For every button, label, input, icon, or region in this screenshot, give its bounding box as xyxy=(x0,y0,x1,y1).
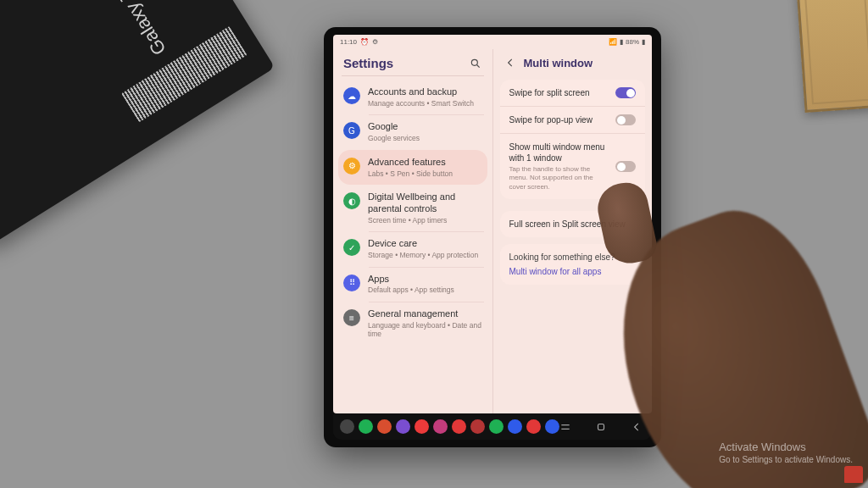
menu-item-icon: ◐ xyxy=(343,192,360,209)
status-time: 11:10 xyxy=(340,38,357,46)
menu-item-sub: Storage • Memory • App protection xyxy=(368,251,482,260)
settings-menu-item[interactable]: ⚙Advanced featuresLabs • S Pen • Side bu… xyxy=(338,150,487,185)
option-row[interactable]: Swipe for pop-up view xyxy=(500,106,646,133)
menu-item-sub: Default apps • App settings xyxy=(368,286,482,295)
back-button[interactable] xyxy=(504,56,517,69)
option-title: Swipe for pop-up view xyxy=(509,114,609,125)
toggle-option-group: Swipe for split screenSwipe for pop-up v… xyxy=(500,80,646,199)
dock-app-icon[interactable] xyxy=(359,419,373,434)
menu-item-icon: ≡ xyxy=(343,309,360,326)
dock-app-icon[interactable] xyxy=(508,419,522,434)
toggle-switch[interactable] xyxy=(615,114,636,125)
menu-item-icon: ⠿ xyxy=(343,274,360,291)
svg-line-1 xyxy=(476,64,479,67)
option-title: Show multi window menu with 1 window xyxy=(509,141,609,164)
product-box-prop: Galaxy Z Fold6 xyxy=(0,0,275,247)
search-button[interactable] xyxy=(469,57,482,70)
detail-title: Multi window xyxy=(524,57,593,69)
status-bar: 11:10 ⏰ ⚙ 📶 ▮ 88% ▮ xyxy=(333,35,652,49)
signal-icon: ▮ xyxy=(620,38,623,46)
tray-badge-icon xyxy=(844,466,863,483)
menu-item-icon: ✓ xyxy=(343,239,360,256)
menu-item-icon: ☁ xyxy=(343,87,360,104)
menu-item-title: Google xyxy=(368,121,482,133)
dock-app-icon[interactable] xyxy=(433,419,448,434)
watermark-sub: Go to Settings to activate Windows. xyxy=(719,455,853,464)
app-dock xyxy=(333,413,652,440)
dock-app-icon[interactable] xyxy=(377,419,392,434)
dock-app-icon[interactable] xyxy=(340,419,354,434)
alarm-icon: ⏰ xyxy=(360,38,369,46)
nav-back-button[interactable] xyxy=(631,421,643,433)
settings-menu-item[interactable]: ◐Digital Wellbeing and parental controls… xyxy=(333,185,492,231)
watermark-title: Activate Windows xyxy=(719,441,853,453)
dock-app-icon[interactable] xyxy=(545,419,559,434)
menu-item-icon: ⚙ xyxy=(343,158,360,175)
settings-menu-item[interactable]: GGoogleGoogle services xyxy=(333,114,492,149)
menu-item-sub: Screen time • App timers xyxy=(368,216,482,225)
wooden-jig-prop xyxy=(796,0,868,113)
dock-app-icon[interactable] xyxy=(470,419,485,434)
nav-recents-button[interactable] xyxy=(559,421,571,433)
dock-app-icon[interactable] xyxy=(415,419,429,434)
toggle-switch[interactable] xyxy=(615,161,636,172)
battery-text: 88% xyxy=(626,38,639,46)
nav-home-button[interactable] xyxy=(595,421,607,433)
wifi-icon: 📶 xyxy=(609,38,617,46)
menu-item-title: Advanced features xyxy=(368,157,482,169)
menu-item-title: Accounts and backup xyxy=(368,86,482,98)
toggle-switch[interactable] xyxy=(615,87,636,98)
menu-item-sub: Language and keyboard • Date and time xyxy=(368,321,482,339)
menu-item-sub: Labs • S Pen • Side button xyxy=(368,169,482,179)
dock-app-icon[interactable] xyxy=(526,419,541,434)
menu-item-title: General management xyxy=(368,308,482,320)
settings-left-pane: Settings ☁Accounts and backupManage acco… xyxy=(333,49,493,413)
menu-item-title: Device care xyxy=(368,238,482,250)
dock-app-icon[interactable] xyxy=(489,419,504,434)
settings-menu-item[interactable]: ☁Accounts and backupManage accounts • Sm… xyxy=(333,80,492,114)
dock-app-icon[interactable] xyxy=(452,419,466,434)
settings-menu-item[interactable]: ⠿AppsDefault apps • App settings xyxy=(333,267,492,302)
settings-status-icon: ⚙ xyxy=(372,38,378,46)
settings-menu-item[interactable]: ✓Device careStorage • Memory • App prote… xyxy=(333,231,492,266)
menu-item-title: Apps xyxy=(368,274,482,286)
menu-item-sub: Google services xyxy=(368,134,482,143)
dock-app-icon[interactable] xyxy=(396,419,410,434)
option-title: Swipe for split screen xyxy=(509,87,609,98)
svg-point-0 xyxy=(471,59,477,65)
multi-window-all-apps-link[interactable]: Multi window for all apps xyxy=(509,267,637,276)
menu-item-title: Digital Wellbeing and parental controls xyxy=(368,191,482,215)
product-box-label: Galaxy Z Fold6 xyxy=(85,0,170,59)
settings-menu-list: ☁Accounts and backupManage accounts • Sm… xyxy=(333,76,492,413)
battery-icon: ▮ xyxy=(642,38,645,46)
windows-watermark: Activate Windows Go to Settings to activ… xyxy=(719,441,853,464)
settings-menu-item[interactable]: ≡General managementLanguage and keyboard… xyxy=(333,302,492,346)
settings-title: Settings xyxy=(343,56,462,70)
dock-apps-row xyxy=(340,419,559,434)
option-row[interactable]: Swipe for split screen xyxy=(500,80,646,106)
option-sub: Tap the handle to show the menu. Not sup… xyxy=(509,165,609,191)
menu-item-icon: G xyxy=(343,122,360,139)
svg-rect-4 xyxy=(598,424,604,430)
menu-item-sub: Manage accounts • Smart Switch xyxy=(368,99,482,108)
